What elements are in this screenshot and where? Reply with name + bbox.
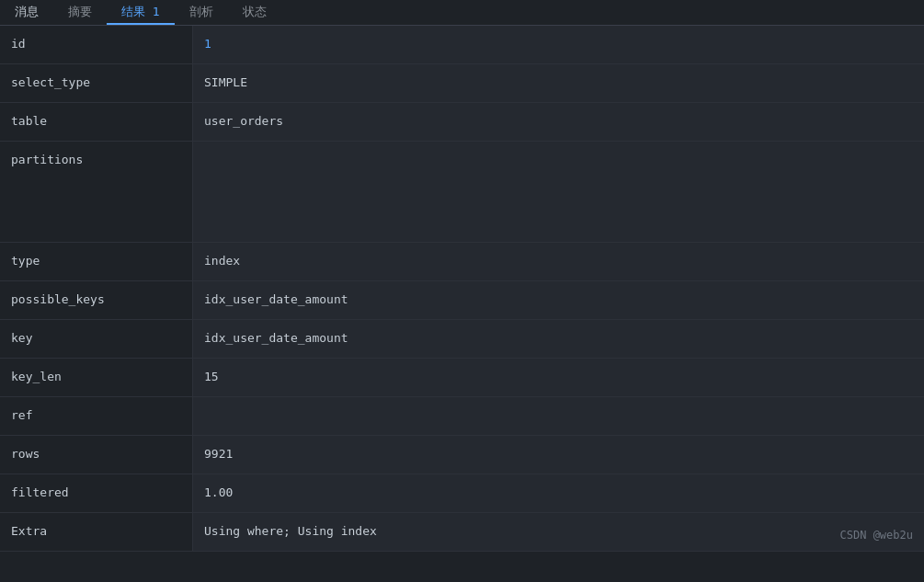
field-value-ref [193,397,924,435]
field-label-ref: ref [0,397,193,435]
field-value-key_len: 15 [193,359,924,396]
field-label-key: key [0,320,193,358]
field-value-key: idx_user_date_amount [193,320,924,358]
field-label-id: id [0,26,193,63]
field-label-rows: rows [0,436,193,474]
table-row: key_len15 [0,359,924,397]
field-value-type: index [193,243,924,280]
field-value-partitions [193,142,924,242]
field-label-key_len: key_len [0,359,193,396]
field-value-Extra: Using where; Using indexCSDN @web2u [193,513,924,551]
content-area: id1select_typeSIMPLEtableuser_orderspart… [0,26,924,552]
field-label-table: table [0,103,193,141]
field-label-Extra: Extra [0,513,193,551]
table-row: typeindex [0,243,924,281]
field-value-rows: 9921 [193,436,924,474]
field-value-filtered: 1.00 [193,474,924,512]
tab-摘要[interactable]: 摘要 [53,0,107,25]
table-row: filtered1.00 [0,474,924,513]
table-row: possible_keysidx_user_date_amount [0,281,924,320]
field-label-partitions: partitions [0,142,193,242]
table-row: partitions [0,142,924,243]
tab-消息[interactable]: 消息 [0,0,53,25]
field-label-select_type: select_type [0,64,193,102]
field-value-id: 1 [193,26,924,63]
watermark: CSDN @web2u [840,529,913,542]
tab-剖析[interactable]: 剖析 [175,0,228,25]
field-value-select_type: SIMPLE [193,64,924,102]
field-label-filtered: filtered [0,474,193,512]
table-row: ExtraUsing where; Using indexCSDN @web2u [0,513,924,552]
table-row: tableuser_orders [0,103,924,142]
table-row: ref [0,397,924,436]
table-row: keyidx_user_date_amount [0,320,924,359]
tab-结果-1[interactable]: 结果 1 [107,0,175,25]
field-label-possible_keys: possible_keys [0,281,193,319]
table-row: select_typeSIMPLE [0,64,924,103]
table-row: id1 [0,26,924,64]
field-label-type: type [0,243,193,280]
field-value-possible_keys: idx_user_date_amount [193,281,924,319]
tab-状态[interactable]: 状态 [228,0,281,25]
table-row: rows9921 [0,436,924,474]
field-value-table: user_orders [193,103,924,141]
tab-bar: 消息摘要结果 1剖析状态 [0,0,924,26]
